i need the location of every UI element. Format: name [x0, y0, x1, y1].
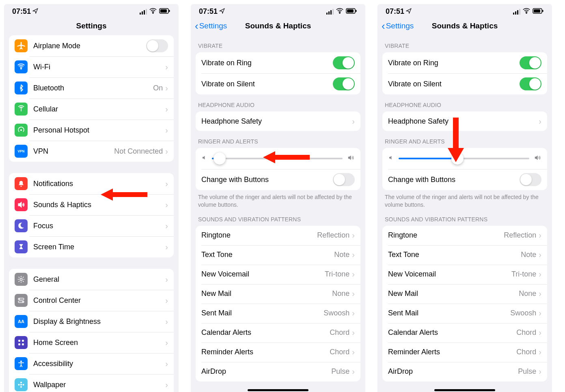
row-value: Tri-tone	[511, 270, 536, 278]
toggle-switch[interactable]	[146, 39, 168, 52]
row-change-with-buttons[interactable]: Change with Buttons	[382, 169, 547, 190]
slider-thumb[interactable]	[213, 152, 226, 165]
row-new-mail[interactable]: New MailNone›	[196, 284, 360, 304]
row-vibrate-on-ring[interactable]: Vibrate on Ring	[382, 52, 547, 73]
section-header-patterns: Sounds and Vibration Patterns	[191, 209, 365, 226]
row-label: AirDrop	[388, 367, 518, 376]
svg-marker-23	[101, 189, 147, 201]
chevron-left-icon: ‹	[382, 21, 385, 31]
settings-row-focus[interactable]: Focus›	[9, 215, 174, 236]
ringer-footer-text: The volume of the ringer and alerts will…	[191, 190, 365, 209]
row-headphone-safety[interactable]: Headphone Safety›	[196, 111, 360, 131]
toggle-switch[interactable]	[520, 77, 541, 90]
row-sent-mail[interactable]: Sent MailSwoosh›	[196, 304, 360, 323]
settings-row-cellular[interactable]: Cellular›	[9, 99, 174, 120]
toggle-switch[interactable]	[520, 173, 541, 186]
chevron-right-icon: ›	[352, 308, 355, 318]
row-vibrate-on-ring[interactable]: Vibrate on Ring	[196, 52, 360, 73]
settings-row-home-screen[interactable]: Home Screen›	[9, 332, 174, 353]
row-new-voicemail[interactable]: New VoicemailTri-tone›	[196, 265, 360, 284]
chevron-right-icon: ›	[539, 308, 541, 318]
settings-row-general[interactable]: General›	[9, 269, 174, 290]
row-label: Accessibility	[33, 360, 165, 368]
chevron-right-icon: ›	[539, 367, 541, 376]
svg-marker-31	[448, 118, 464, 162]
hotspot-icon	[15, 124, 28, 137]
settings-row-airplane-mode[interactable]: Airplane Mode	[9, 35, 174, 56]
row-label: Vibrate on Silent	[201, 80, 333, 88]
row-label: Vibrate on Ring	[388, 59, 520, 67]
row-vibrate-on-silent[interactable]: Vibrate on Silent	[196, 73, 360, 94]
page-title: Sounds & Haptics	[245, 21, 311, 30]
home-indicator[interactable]	[434, 389, 495, 391]
svg-point-16	[20, 384, 22, 386]
row-airdrop[interactable]: AirDropPulse›	[196, 362, 360, 381]
svg-point-3	[20, 129, 22, 131]
row-value: Swoosh	[323, 309, 349, 317]
row-text-tone[interactable]: Text ToneNote›	[196, 245, 360, 265]
svg-point-20	[22, 384, 24, 386]
settings-row-personal-hotspot[interactable]: Personal Hotspot›	[9, 120, 174, 141]
settings-row-display-brightness[interactable]: AA Display & Brightness›	[9, 311, 174, 332]
back-label: Settings	[386, 21, 414, 30]
moon-icon	[15, 219, 28, 232]
row-change-with-buttons[interactable]: Change with Buttons	[196, 169, 360, 190]
row-new-voicemail[interactable]: New VoicemailTri-tone›	[382, 265, 547, 284]
row-value: Pulse	[518, 367, 536, 376]
wifi-icon	[149, 7, 157, 16]
svg-rect-25	[347, 9, 354, 13]
row-label: Wi-Fi	[33, 63, 165, 71]
chevron-right-icon: ›	[165, 317, 168, 326]
svg-marker-27	[263, 151, 310, 163]
row-vibrate-on-silent[interactable]: Vibrate on Silent	[382, 73, 547, 94]
location-icon	[406, 7, 412, 16]
toggle-switch[interactable]	[333, 56, 355, 69]
section-header-patterns: Sounds and Vibration Patterns	[377, 209, 552, 226]
speaker-low-icon	[388, 154, 395, 163]
svg-rect-13	[18, 343, 20, 345]
settings-row-wi-fi[interactable]: Wi-Fi›	[9, 56, 174, 77]
row-text-tone[interactable]: Text ToneNote›	[382, 245, 547, 265]
status-time: 07:51	[386, 7, 404, 16]
toggle-switch[interactable]	[333, 173, 355, 186]
toggle-switch[interactable]	[333, 77, 355, 90]
row-label: VPN	[33, 147, 114, 156]
home-indicator[interactable]	[248, 389, 308, 391]
vpn-icon: VPN	[15, 145, 28, 158]
aa-icon: AA	[15, 315, 28, 328]
chevron-right-icon: ›	[352, 117, 355, 126]
row-airdrop[interactable]: AirDropPulse›	[382, 362, 547, 381]
row-sent-mail[interactable]: Sent MailSwoosh›	[382, 304, 547, 323]
row-new-mail[interactable]: New MailNone›	[382, 284, 547, 304]
row-value: Chord	[330, 328, 349, 337]
settings-row-accessibility[interactable]: Accessibility›	[9, 353, 174, 374]
settings-row-vpn[interactable]: VPN VPNNot Connected›	[9, 141, 174, 162]
row-calendar-alerts[interactable]: Calendar AlertsChord›	[382, 323, 547, 343]
back-button[interactable]: ‹Settings	[195, 21, 227, 31]
back-button[interactable]: ‹Settings	[382, 21, 414, 31]
settings-row-screen-time[interactable]: Screen Time›	[9, 236, 174, 257]
row-reminder-alerts[interactable]: Reminder AlertsChord›	[196, 343, 360, 362]
row-calendar-alerts[interactable]: Calendar AlertsChord›	[196, 323, 360, 343]
chevron-right-icon: ›	[352, 347, 355, 357]
svg-point-5	[20, 278, 22, 281]
speaker-high-icon	[347, 154, 355, 163]
signal-icon	[513, 9, 520, 15]
row-ringtone[interactable]: RingtoneReflection›	[382, 226, 547, 245]
chevron-right-icon: ›	[539, 250, 541, 259]
settings-row-control-center[interactable]: Control Center›	[9, 290, 174, 311]
status-time: 07:51	[199, 7, 218, 16]
svg-rect-29	[534, 9, 540, 13]
row-label: New Voicemail	[388, 270, 511, 278]
row-label: Home Screen	[33, 338, 165, 347]
svg-point-9	[22, 301, 24, 302]
row-ringtone[interactable]: RingtoneReflection›	[196, 226, 360, 245]
gear-icon	[15, 273, 28, 286]
row-label: Cellular	[33, 105, 165, 114]
settings-row-bluetooth[interactable]: BluetoothOn›	[9, 77, 174, 99]
row-label: Screen Time	[33, 243, 165, 251]
toggle-switch[interactable]	[520, 56, 541, 69]
row-value: Not Connected	[114, 147, 163, 156]
settings-row-wallpaper[interactable]: Wallpaper›	[9, 374, 174, 392]
row-reminder-alerts[interactable]: Reminder AlertsChord›	[382, 343, 547, 362]
